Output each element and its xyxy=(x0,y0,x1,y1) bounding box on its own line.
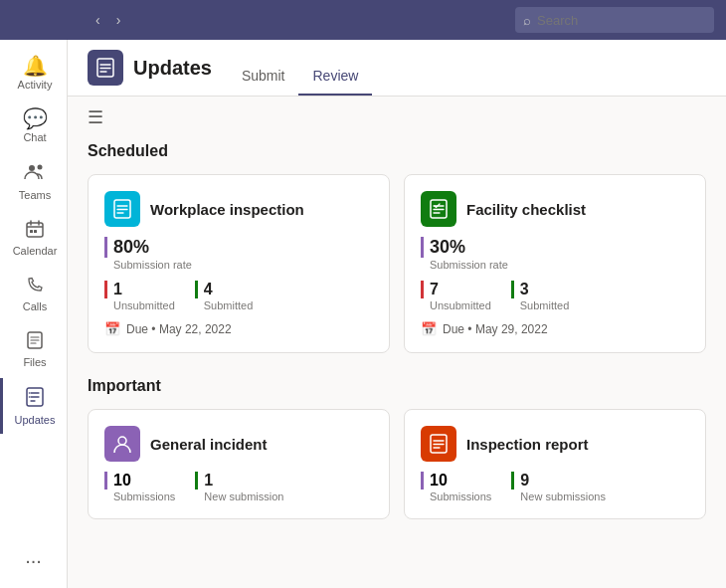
tab-review[interactable]: Review xyxy=(298,58,372,96)
unsubmitted-label: Unsubmitted xyxy=(104,299,175,311)
chat-icon: 💬 xyxy=(23,108,48,128)
page-title: Updates xyxy=(133,57,212,80)
submitted-stat: 4 Submitted xyxy=(195,281,254,311)
svg-point-12 xyxy=(118,437,126,445)
page-icon xyxy=(88,50,123,86)
submitted-label: Submitted xyxy=(511,299,570,311)
sidebar-item-label: Calls xyxy=(23,300,47,312)
svg-point-7 xyxy=(29,392,31,394)
new-submissions-stat: 9 New submissions xyxy=(511,472,606,502)
submission-rate: 30% Submission rate xyxy=(421,237,689,271)
due-text: Due • May 22, 2022 xyxy=(126,322,232,336)
card-header: General incident xyxy=(104,426,373,462)
sidebar-item-label: Files xyxy=(23,356,46,368)
calendar-icon xyxy=(25,219,45,242)
tab-submit[interactable]: Submit xyxy=(228,58,299,96)
submissions-stat: 10 Submissions xyxy=(421,472,491,502)
inspection-report-card: Inspection report 10 Submissions 9 New s… xyxy=(404,409,706,519)
sidebar-item-label: Updates xyxy=(15,414,56,426)
sidebar-item-calendar[interactable]: Calendar xyxy=(0,211,67,265)
due-text: Due • May 29, 2022 xyxy=(443,322,548,336)
toolbar: ☰ xyxy=(68,97,726,138)
rate-value: 30% xyxy=(421,237,689,258)
inspection-report-title: Inspection report xyxy=(466,436,589,453)
rate-label: Submission rate xyxy=(421,259,689,271)
activity-icon: 🔔 xyxy=(23,56,48,76)
submissions-value: 10 xyxy=(104,472,175,490)
submissions-row: 10 Submissions 9 New submissions xyxy=(421,472,689,502)
unsubmitted-stat: 7 Unsubmitted xyxy=(421,281,491,311)
main-layout: 🔔 Activity 💬 Chat Teams xyxy=(0,40,726,588)
calendar-due-icon: 📅 xyxy=(421,321,437,336)
card-header: Facility checklist xyxy=(421,191,689,227)
facility-icon xyxy=(421,191,456,227)
sidebar: 🔔 Activity 💬 Chat Teams xyxy=(0,40,68,588)
sidebar-item-label: Chat xyxy=(23,131,46,143)
submissions-stat: 10 Submissions xyxy=(104,472,175,502)
sidebar-item-activity[interactable]: 🔔 Activity xyxy=(0,48,67,98)
unsubmitted-value: 1 xyxy=(104,281,175,298)
svg-point-8 xyxy=(29,396,31,398)
sidebar-item-label: Calendar xyxy=(13,245,58,257)
new-submission-stat: 1 New submission xyxy=(195,472,283,502)
submissions-row: 10 Submissions 1 New submission xyxy=(104,472,373,502)
new-submissions-value: 9 xyxy=(511,472,606,490)
nav-arrows: ‹ › xyxy=(91,8,124,32)
workplace-title: Workplace inspection xyxy=(150,201,304,218)
important-cards-grid: General incident 10 Submissions 1 New su… xyxy=(88,409,706,519)
sidebar-item-teams[interactable]: Teams xyxy=(0,153,67,209)
due-row: 📅 Due • May 22, 2022 xyxy=(104,321,373,336)
forward-button[interactable]: › xyxy=(112,8,125,32)
submissions-label: Submissions xyxy=(421,490,491,502)
teams-icon xyxy=(24,161,46,186)
sidebar-item-files[interactable]: Files xyxy=(0,322,67,376)
new-submission-value: 1 xyxy=(195,472,283,490)
header-tabs: Submit Review xyxy=(228,58,372,96)
sidebar-item-calls[interactable]: Calls xyxy=(0,267,67,320)
workplace-icon xyxy=(104,191,140,227)
new-submission-label: New submission xyxy=(195,490,283,502)
search-input[interactable] xyxy=(537,13,706,28)
general-incident-title: General incident xyxy=(150,436,268,453)
menu-icon[interactable]: ☰ xyxy=(88,106,103,128)
scheduled-cards-grid: Workplace inspection 80% Submission rate… xyxy=(88,174,706,353)
updates-icon xyxy=(24,386,46,411)
scheduled-section-title: Scheduled xyxy=(88,142,706,160)
submissions-value: 10 xyxy=(421,472,491,490)
stats-row: 1 Unsubmitted 4 Submitted xyxy=(104,281,373,311)
more-button[interactable]: ··· xyxy=(25,549,42,572)
sidebar-item-updates[interactable]: Updates xyxy=(0,378,67,434)
page-body: Scheduled Workplace inspection xyxy=(68,138,726,588)
new-submissions-label: New submissions xyxy=(511,490,606,502)
unsubmitted-label: Unsubmitted xyxy=(421,299,491,311)
due-row: 📅 Due • May 29, 2022 xyxy=(421,321,689,336)
submitted-value: 4 xyxy=(195,281,254,298)
search-icon: ⌕ xyxy=(523,13,531,28)
card-header: Workplace inspection xyxy=(104,191,373,227)
general-incident-card: General incident 10 Submissions 1 New su… xyxy=(88,409,390,519)
facility-title: Facility checklist xyxy=(466,201,586,218)
search-bar[interactable]: ⌕ xyxy=(515,7,714,33)
unsubmitted-value: 7 xyxy=(421,281,491,298)
facility-checklist-card: Facility checklist 30% Submission rate 7… xyxy=(404,174,706,353)
inspection-report-icon xyxy=(421,426,456,462)
workplace-inspection-card: Workplace inspection 80% Submission rate… xyxy=(88,174,390,353)
svg-rect-3 xyxy=(30,230,33,233)
svg-point-1 xyxy=(38,165,43,170)
back-button[interactable]: ‹ xyxy=(91,8,104,32)
unsubmitted-stat: 1 Unsubmitted xyxy=(104,281,175,311)
sidebar-item-label: Teams xyxy=(19,189,51,201)
files-icon xyxy=(25,330,45,353)
rate-value: 80% xyxy=(104,237,373,258)
sidebar-item-chat[interactable]: 💬 Chat xyxy=(0,100,67,151)
submitted-label: Submitted xyxy=(195,299,254,311)
important-section-title: Important xyxy=(88,377,706,395)
svg-rect-4 xyxy=(34,230,37,233)
submissions-label: Submissions xyxy=(104,490,175,502)
submission-rate: 80% Submission rate xyxy=(104,237,373,271)
stats-row: 7 Unsubmitted 3 Submitted xyxy=(421,281,689,311)
top-bar: ‹ › ⌕ xyxy=(0,0,726,40)
sidebar-item-label: Activity xyxy=(18,79,53,91)
rate-label: Submission rate xyxy=(104,259,373,271)
calls-icon xyxy=(25,275,45,297)
